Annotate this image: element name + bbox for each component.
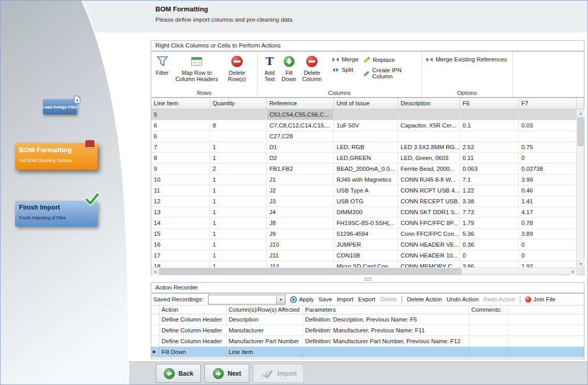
scroll-right-button[interactable]: ► [569,268,577,275]
horizontal-scroll-thumb[interactable] [159,268,462,274]
cell-description[interactable]: Ferrite Bead, 2000... [398,164,460,174]
cell-unit-of-issue[interactable]: LED,GREEN [334,153,398,163]
delete-action-button[interactable]: Delete Action [407,296,442,302]
cell-line-item[interactable]: 11 [151,185,210,196]
column-header-affected[interactable]: Column(s)/Row(s) Affected [227,306,303,314]
cell-f7[interactable]: 0 [519,239,577,250]
cell-line-item[interactable]: 5 [151,109,210,120]
column-header-description[interactable]: Description [398,98,460,109]
cell-unit-of-issue[interactable]: BEAD_2000mA_0.0... [334,164,398,174]
cell-comments[interactable] [469,336,508,346]
delete-column-button[interactable]: Delete Column [300,54,324,82]
table-row[interactable]: 5 C53,C54,C55,C56,C... [151,109,577,120]
wizard-step-bom-formatting[interactable]: BOM Formatting Set BOM Cleaning Options [15,143,98,170]
cell-line-item[interactable]: 8 [151,153,210,163]
wizard-step-finish-import[interactable]: Finish Import Finish Importing of Files [15,201,98,227]
cell-action[interactable]: Fill Down [160,347,227,357]
saved-recordings-dropdown[interactable]: ▼ [208,295,285,304]
join-file-button[interactable]: Join File [525,296,555,302]
cell-f6[interactable]: 0.063 [460,164,519,174]
cell-reference[interactable]: C53,C54,C55,C56,C... [267,109,334,120]
cell-line-item[interactable]: 7 [151,142,210,152]
table-row[interactable]: 12 1 J3 USB OTG CONN RECEPT USB... 3.38 … [151,196,577,207]
filter-button[interactable]: Filter [155,54,169,76]
column-header-f7[interactable]: F7 [519,98,577,109]
cell-reference[interactable]: J3 [267,196,334,206]
table-row[interactable]: 15 1 J9 51296-4594 Conn FFC/FPC Con... 5… [151,229,577,239]
cell-quantity[interactable]: 1 [210,218,267,228]
cell-description[interactable]: Capacitor, X5R Cer... [398,120,460,131]
cell-f6[interactable]: 0.1 [460,120,519,131]
column-header-parameters[interactable]: Parameters [303,306,469,314]
cell-reference[interactable]: J10 [267,239,334,250]
cell-line-item[interactable]: 12 [151,196,210,206]
table-row[interactable]: 13 1 J4 DIMM200 CONN SKT DDR1 S... 7.72 … [151,207,577,218]
cell-comments[interactable] [469,314,508,325]
cell-reference[interactable]: J4 [267,207,334,217]
cell-quantity[interactable]: 1 [210,174,267,185]
cell-quantity[interactable] [210,131,267,141]
cell-parameters[interactable]: Definition: Manufacturer Part Number, Pr… [303,336,469,346]
cell-parameters[interactable]: Definition: Description, Previous Name: … [303,314,469,325]
cell-f7[interactable]: 0 [519,250,577,261]
cell-f6[interactable] [460,131,519,141]
cell-description[interactable]: LED, Green, 0603 [398,153,460,163]
cell-comments[interactable] [469,347,508,357]
vertical-scrollbar[interactable]: ▲ ▼ [577,109,584,267]
cell-description[interactable]: CONN SKT DDR1 S... [398,207,460,217]
cell-description[interactable]: CONN HEADER VE... [398,239,460,250]
cell-quantity[interactable]: 1 [210,142,267,152]
cell-quantity[interactable]: 1 [210,229,267,239]
cell-f7[interactable]: 0 [519,153,577,163]
cell-f7[interactable]: 1.92 [519,261,577,267]
cell-unit-of-issue[interactable]: DIMM200 [334,207,398,217]
cell-unit-of-issue[interactable]: USB Type A [334,185,398,196]
cell-line-item[interactable]: 16 [151,239,210,250]
replace-button[interactable]: Replace [363,56,418,63]
merge-button[interactable]: Merge [332,56,359,62]
cell-unit-of-issue[interactable]: LED, RGB [334,142,398,152]
cell-comments[interactable] [469,325,508,335]
cell-unit-of-issue[interactable]: FH19SC-8S-0.5SH(... [334,218,398,228]
list-item[interactable]: Define Column Header Manufacturer Defini… [151,325,584,336]
cell-quantity[interactable]: 1 [210,250,267,261]
cell-line-item[interactable]: 10 [151,174,210,185]
cell-description[interactable]: CONN RJ45 8-8 W... [398,174,460,185]
cell-unit-of-issue[interactable]: 51296-4594 [334,229,398,239]
cell-f6[interactable]: 7.1 [460,174,519,185]
cell-parameters[interactable] [303,347,469,357]
cell-action[interactable]: Define Column Header [160,325,227,335]
cell-f7[interactable]: 3.89 [519,229,577,239]
cell-line-item[interactable]: 6 [151,131,210,141]
scroll-left-button[interactable]: ◄ [151,268,158,275]
cell-quantity[interactable]: 2 [210,164,267,174]
column-header-quantity[interactable]: Quantity [210,98,267,109]
cell-f7[interactable] [519,131,577,141]
next-button[interactable]: Next [204,364,249,383]
cell-description[interactable]: LED 3.5X2.8MM RG... [398,142,460,152]
cell-reference[interactable]: J11 [267,250,334,261]
table-row[interactable]: 18 1 J12 Micro SD Card Con... CONN MEMOR… [151,261,577,267]
fill-down-button[interactable]: Fill Down [281,54,297,82]
cell-reference[interactable]: J2 [267,185,334,196]
cell-reference[interactable]: C27,C28 [267,131,334,141]
table-row[interactable]: 10 1 J1 RJ45 with Magnetics CONN RJ45 8-… [151,174,577,185]
table-row[interactable]: 17 1 J11 CON10B CONN HEADER 10... 0 0 [151,250,577,261]
table-row[interactable]: 16 1 J10 JUMPER CONN HEADER VE... 0.36 0 [151,239,577,250]
cell-f7[interactable]: 0.75 [519,142,577,152]
cell-f6[interactable]: 1.79 [460,218,519,228]
column-header-reference[interactable]: Reference [267,98,334,109]
cell-description[interactable] [398,131,460,141]
cell-f7[interactable]: 0.02738 [519,164,577,174]
list-item[interactable]: Define Column Header Manufacturer Part N… [151,336,584,347]
cell-f7[interactable]: 3.99 [519,174,577,185]
merge-existing-references-button[interactable]: Merge Existing References [426,56,507,62]
cell-f7[interactable]: 0.03 [519,120,577,131]
cell-reference[interactable]: D2 [267,153,334,163]
wizard-step-load-design-files[interactable]: Load Design Files [43,99,77,115]
cell-description[interactable]: CONN RECEPT USB... [398,196,460,206]
cell-parameters[interactable]: Definition: Manufacturer, Previous Name:… [303,325,469,335]
cell-quantity[interactable]: 1 [210,196,267,206]
add-text-button[interactable]: T Add Text [262,54,278,82]
cell-f6[interactable]: 0.11 [460,153,519,163]
